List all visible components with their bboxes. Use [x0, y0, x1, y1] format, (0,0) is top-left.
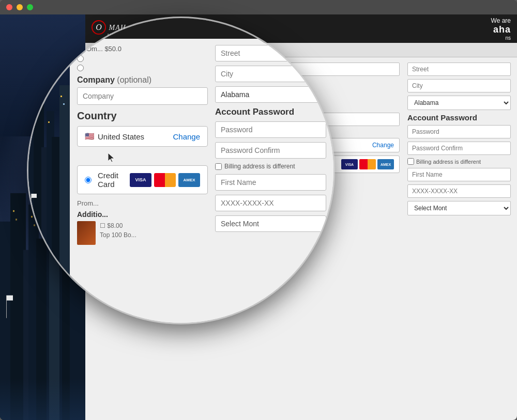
zoom-billing-label: Billing address is different: [224, 163, 295, 170]
zoom-company-title: Company (optional): [77, 75, 208, 85]
svg-rect-31: [32, 194, 37, 198]
zoom-form-content: Om... $50.0 Company (optional): [70, 39, 333, 251]
zoom-left-col: Om... $50.0 Company (optional): [77, 45, 208, 245]
zoom-radio-opt3: [77, 65, 208, 71]
svg-rect-30: [31, 194, 32, 209]
we-are-text: We are: [491, 17, 511, 24]
zoom-company-optional: (optional): [117, 75, 151, 84]
zoom-mc-icon: [154, 173, 176, 187]
zoom-password-confirm-input[interactable]: [215, 142, 326, 159]
billing-checkbox[interactable]: [407, 158, 414, 165]
omaha-text: aha: [491, 24, 511, 35]
site-header-right: We are aha ns: [491, 17, 511, 41]
zoom-password-input[interactable]: [215, 121, 326, 138]
zoom-country-name: 🇺🇸 United States: [85, 132, 144, 141]
zoom-city-input[interactable]: [215, 66, 326, 82]
zoom-additional-label: Additio...: [77, 210, 208, 219]
zoom-radio-opt3-input[interactable]: [77, 65, 84, 71]
zoom-circle-container: OMAHA Om... $50.0: [28, 18, 333, 323]
zoom-logo: OMAHA: [75, 25, 95, 32]
zoom-addon-thumbnail: [77, 221, 96, 245]
form-right-column: Alabama Account Password Billing address…: [407, 63, 511, 219]
zoom-month-select[interactable]: Select Mont: [215, 215, 326, 232]
city-input[interactable]: [407, 79, 511, 92]
change-country-link[interactable]: Change: [372, 142, 394, 149]
minimize-button[interactable]: [17, 4, 23, 10]
zoom-header-strip: OMAHA: [70, 18, 333, 39]
zoom-right-col: Alabama Account Password Billing address…: [215, 45, 326, 245]
svg-rect-18: [6, 295, 7, 318]
billing-first-name-input[interactable]: [407, 168, 511, 181]
zoom-radio-opt1-input[interactable]: [77, 45, 84, 52]
zoom-billing-row: Billing address is different: [215, 163, 326, 170]
month-select[interactable]: Select Mont: [407, 201, 511, 215]
state-select[interactable]: Alabama: [407, 96, 511, 110]
zoom-visa-icon: VISA: [130, 173, 151, 187]
cc-number-input[interactable]: [407, 184, 511, 198]
zoom-amex-icon: AMEX: [178, 173, 200, 187]
zoom-account-password-title: Account Password: [215, 107, 326, 117]
zoom-radio-opt1: Om... $50.0: [77, 45, 208, 53]
zoom-addon-item: ☐ $8.00 Top 100 Bo...: [77, 221, 208, 245]
account-password-title: Account Password: [407, 113, 511, 122]
zoom-form-area: OMAHA Om... $50.0: [70, 18, 333, 323]
svg-rect-11: [16, 219, 17, 220]
zoom-credit-card-label: Credit Card: [98, 171, 124, 189]
password-input[interactable]: [407, 125, 511, 138]
svg-rect-19: [7, 295, 13, 300]
zoom-radio-opt2-input[interactable]: [77, 55, 84, 62]
zoom-city-strip: [28, 18, 70, 323]
maximize-button[interactable]: [27, 4, 33, 10]
window: O MAH MAGAZINE We are aha ns English: [0, 0, 517, 420]
amex-icon: AMEX: [377, 159, 394, 169]
password-confirm-input[interactable]: [407, 142, 511, 155]
svg-rect-28: [60, 96, 62, 97]
svg-rect-26: [35, 111, 36, 113]
zoom-radio-opt2: [77, 55, 208, 62]
zoom-circle: OMAHA Om... $50.0: [28, 18, 333, 323]
zoom-billing-firstname-input[interactable]: [215, 174, 326, 191]
zoom-addon-info: ☐ $8.00 Top 100 Bo...: [100, 221, 136, 240]
zoom-cursor-area: [77, 153, 208, 163]
cursor-indicator: [108, 153, 115, 165]
zoom-addon-top100: Top 100 Bo...: [100, 230, 136, 240]
zoom-circle-content: OMAHA Om... $50.0: [28, 18, 333, 323]
zoom-company-input[interactable]: [77, 87, 208, 105]
mastercard-icon: [359, 159, 376, 169]
title-bar: [0, 0, 517, 14]
svg-rect-10: [13, 210, 14, 211]
zoom-billing-checkbox[interactable]: [215, 163, 222, 170]
card-icons: VISA AMEX: [341, 159, 394, 169]
zoom-addon-check-price: ☐ $8.00: [100, 221, 136, 230]
zoom-credit-card-radio[interactable]: [85, 177, 92, 183]
zoom-radio-opt1-label: Om... $50.0: [86, 45, 121, 53]
zoom-street-input[interactable]: [215, 45, 326, 61]
billing-checkbox-row: Billing address is different: [407, 158, 511, 165]
zoom-change-link[interactable]: Change: [173, 132, 200, 141]
zoom-promo: Prom...: [77, 199, 208, 207]
zoom-card-icons: VISA AMEX: [130, 173, 200, 187]
ns-text: ns: [491, 35, 511, 41]
zoom-country-box: 🇺🇸 United States Change: [77, 126, 208, 147]
zoom-state-select[interactable]: Alabama: [215, 86, 326, 103]
zoom-country-title: Country: [77, 110, 208, 122]
svg-rect-25: [59, 85, 70, 323]
close-button[interactable]: [6, 4, 12, 10]
visa-icon: VISA: [341, 159, 358, 169]
svg-rect-29: [63, 103, 65, 105]
billing-label: Billing address is different: [416, 159, 481, 165]
street-input[interactable]: [407, 63, 511, 76]
zoom-payment-box: Credit Card VISA AMEX: [77, 165, 208, 194]
zoom-cc-input[interactable]: [215, 195, 326, 211]
svg-rect-27: [48, 121, 50, 123]
